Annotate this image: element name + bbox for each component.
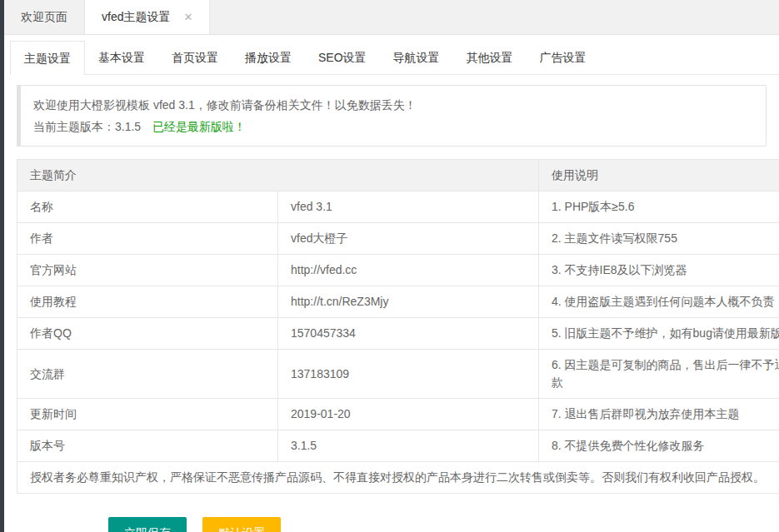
action-buttons: 立即保存 默认设置 [108, 517, 767, 532]
table-row: 名称vfed 3.11. PHP版本≥5.6 [17, 191, 779, 223]
column-header-intro: 主题简介 [17, 160, 539, 191]
settings-tab-0[interactable]: 主题设置 [10, 41, 85, 75]
settings-tab-4[interactable]: SEO设置 [305, 41, 380, 75]
row-instruction: 2. 主题文件读写权限755 [539, 223, 779, 255]
settings-tab-5[interactable]: 导航设置 [380, 41, 453, 75]
row-label: 更新时间 [17, 399, 278, 430]
row-label: 作者QQ [17, 318, 278, 350]
row-instruction: 8. 不提供免费个性化修改服务 [539, 430, 779, 462]
row-label: 版本号 [17, 430, 278, 462]
settings-tab-bar: 主题设置基本设置首页设置播放设置SEO设置导航设置其他设置广告设置 [10, 41, 779, 75]
table-row: 更新时间2019-01-207. 退出售后群即视为放弃使用本主题 [17, 399, 779, 430]
table-row: 官方网站http://vfed.cc3. 不支持IE8及以下浏览器 [17, 255, 779, 286]
notice-line2: 当前主题版本：3.1.5 已经是最新版啦！ [33, 116, 753, 137]
notice-box: 欢迎使用大橙影视模板 vfed 3.1，修改前请备份相关文件！以免数据丢失！ 当… [17, 85, 767, 147]
row-value: http://vfed.cc [278, 255, 539, 286]
row-instruction: 5. 旧版主题不予维护，如有bug请使用最新版 [539, 318, 779, 350]
row-value: vfed 3.1 [278, 191, 539, 223]
table-header-row: 主题简介 使用说明 [17, 160, 779, 191]
row-value: 137183109 [278, 350, 539, 399]
default-settings-button[interactable]: 默认设置 [202, 517, 281, 532]
window-tab-bar: 欢迎页面 vfed主题设置 ✕ [4, 0, 779, 35]
version-value: 3.1.5 [115, 120, 141, 133]
latest-version-status: 已经是最新版啦！ [152, 120, 246, 133]
row-label: 官方网站 [17, 255, 278, 286]
row-label: 作者 [17, 223, 278, 255]
theme-info-table: 主题简介 使用说明 名称vfed 3.11. PHP版本≥5.6作者vfed大橙… [17, 159, 779, 494]
window-tab-welcome[interactable]: 欢迎页面 [4, 0, 85, 34]
column-header-usage: 使用说明 [539, 160, 779, 191]
row-label: 使用教程 [17, 286, 278, 318]
notice-line1: 欢迎使用大橙影视模板 vfed 3.1，修改前请备份相关文件！以免数据丢失！ [33, 94, 753, 116]
settings-tab-1[interactable]: 基本设置 [85, 41, 158, 75]
window-tab-theme-settings[interactable]: vfed主题设置 ✕ [85, 0, 210, 34]
main-area: 欢迎页面 vfed主题设置 ✕ 主题设置基本设置首页设置播放设置SEO设置导航设… [4, 0, 779, 532]
license-notice: 授权者务必尊重知识产权，严格保证不恶意传播产品源码、不得直接对授权的产品本身进行… [17, 462, 779, 494]
table-row: 作者QQ15704573345. 旧版主题不予维护，如有bug请使用最新版 [17, 318, 779, 350]
row-instruction: 1. PHP版本≥5.6 [539, 191, 779, 223]
row-label: 名称 [17, 191, 278, 223]
row-value: vfed大橙子 [278, 223, 539, 255]
row-instruction: 7. 退出售后群即视为放弃使用本主题 [539, 399, 779, 430]
row-instruction: 4. 使用盗版主题遇到任何问题本人概不负责 [539, 286, 779, 318]
close-icon[interactable]: ✕ [183, 12, 192, 22]
window-tab-label: 欢迎页面 [21, 10, 67, 25]
table-row: 版本号3.1.58. 不提供免费个性化修改服务 [17, 430, 779, 462]
sidebar-edge [0, 0, 4, 532]
table-row: 交流群1371831096. 因主题是可复制的商品，售出后一律不予退款 [17, 350, 779, 399]
table-footer-row: 授权者务必尊重知识产权，严格保证不恶意传播产品源码、不得直接对授权的产品本身进行… [17, 462, 779, 494]
row-instruction: 6. 因主题是可复制的商品，售出后一律不予退款 [539, 350, 779, 399]
settings-tab-3[interactable]: 播放设置 [232, 41, 305, 75]
row-value: 1570457334 [278, 318, 539, 350]
row-value: 2019-01-20 [278, 399, 539, 430]
row-label: 交流群 [17, 350, 278, 399]
settings-tab-2[interactable]: 首页设置 [158, 41, 232, 75]
admin-page: 欢迎页面 vfed主题设置 ✕ 主题设置基本设置首页设置播放设置SEO设置导航设… [0, 0, 779, 532]
window-tab-label: vfed主题设置 [102, 10, 170, 25]
row-value: 3.1.5 [278, 430, 539, 462]
content-panel: 欢迎使用大橙影视模板 vfed 3.1，修改前请备份相关文件！以免数据丢失！ 当… [4, 85, 779, 532]
save-button[interactable]: 立即保存 [108, 517, 187, 532]
row-value: http://t.cn/ReZ3Mjy [278, 286, 539, 318]
version-label: 当前主题版本： [33, 120, 115, 133]
table-row: 使用教程http://t.cn/ReZ3Mjy4. 使用盗版主题遇到任何问题本人… [17, 286, 779, 318]
table-row: 作者vfed大橙子2. 主题文件读写权限755 [17, 223, 779, 255]
settings-tab-7[interactable]: 广告设置 [527, 41, 600, 75]
row-instruction: 3. 不支持IE8及以下浏览器 [539, 255, 779, 286]
settings-tab-6[interactable]: 其他设置 [453, 41, 527, 75]
